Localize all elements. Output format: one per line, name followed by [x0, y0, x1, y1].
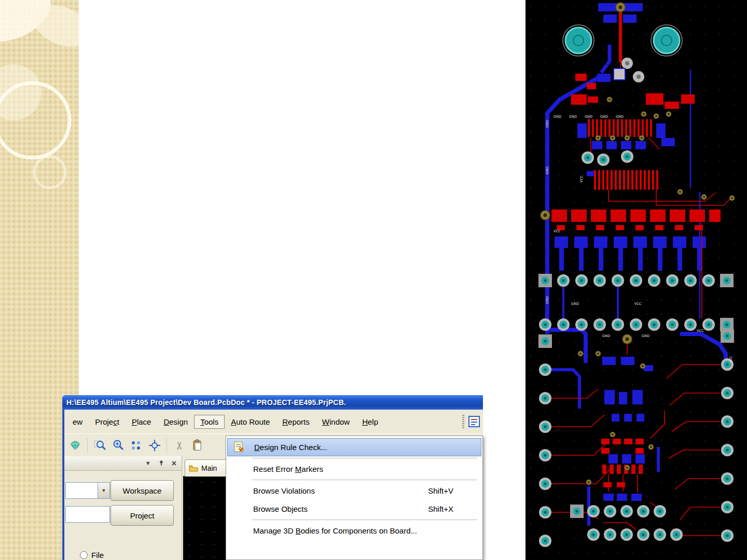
menu-item-reset-error-markers[interactable]: Reset Error Markers: [226, 460, 482, 478]
menu-item-shortcut: Shift+X: [428, 505, 453, 513]
tools-menu: Design Rule Check... Reset Error Markers…: [226, 436, 483, 560]
document-tab-label: Main: [201, 464, 217, 472]
net-label: GND: [571, 302, 579, 306]
net-label: GND: [600, 115, 608, 119]
menu-bar: ew Project Place Design Tools Auto Route…: [64, 410, 483, 433]
menu-place[interactable]: Place: [126, 415, 158, 429]
menu-project[interactable]: Project: [89, 415, 126, 429]
net-label: VCC: [554, 229, 561, 233]
file-view-label: File: [91, 551, 104, 559]
altium-window: H:\EE495 Altium\EE495 Project\Dev Board.…: [62, 395, 483, 560]
crosshair-icon[interactable]: [147, 438, 162, 453]
menu-view-clipped[interactable]: ew: [66, 415, 89, 429]
combobox-arrow-icon[interactable]: ▼: [98, 483, 109, 498]
net-label: VCC: [579, 175, 584, 183]
select-objects-icon[interactable]: [129, 438, 144, 453]
folder-icon: [189, 465, 198, 472]
workspace-combobox[interactable]: ▼: [65, 482, 110, 499]
menu-item-manage-3d-bodies[interactable]: Manage 3D Bodies for Components on Board…: [226, 522, 482, 540]
menubar-right-icons: [462, 415, 483, 428]
panel-close-icon[interactable]: ×: [172, 459, 176, 468]
menu-separator: [252, 480, 477, 480]
window-title: H:\EE495 Altium\EE495 Project\Dev Board.…: [62, 398, 346, 407]
net-label: GND: [616, 115, 624, 119]
net-label: VCC: [634, 302, 642, 306]
menu-separator: [252, 520, 477, 520]
net-label: GND: [554, 115, 561, 119]
presentation-slide: H:\EE495 Altium\EE495 Project\Dev Board.…: [0, 0, 747, 560]
menu-item-label: Reset Error Markers: [253, 465, 323, 473]
net-label: GND: [585, 115, 592, 119]
board-document-icon[interactable]: [467, 415, 481, 428]
project-combobox-field[interactable]: [65, 506, 110, 523]
paste-icon[interactable]: [190, 438, 205, 453]
workspace-combobox-field[interactable]: [66, 483, 98, 498]
window-titlebar[interactable]: H:\EE495 Altium\EE495 Project\Dev Board.…: [62, 395, 483, 410]
menu-item-browse-objects[interactable]: Browse Objects Shift+X: [226, 500, 482, 518]
net-label: VCC: [729, 356, 733, 363]
decorative-circles: [0, 0, 79, 218]
menu-design[interactable]: Design: [157, 415, 194, 429]
panel-divider: [182, 456, 183, 560]
toolbar-separator: [167, 438, 168, 453]
menu-reports[interactable]: Reports: [276, 415, 316, 429]
pcb-artwork: GND GND GND GND GND GND GND GND VCC VCC …: [525, 0, 747, 560]
menu-item-browse-violations[interactable]: Browse Violations Shift+V: [226, 482, 482, 500]
net-label: GND: [642, 334, 649, 338]
net-label: VCC: [697, 329, 704, 333]
menu-help[interactable]: Help: [356, 415, 384, 429]
panel-dropdown-arrow-icon[interactable]: ▼: [145, 460, 151, 466]
net-label: GND: [545, 296, 549, 304]
net-label: GND: [545, 120, 549, 128]
menu-item-label: Browse Violations: [253, 486, 315, 495]
gem-icon[interactable]: [67, 438, 83, 453]
design-rule-check-icon: [232, 441, 245, 453]
net-label: GND: [545, 166, 549, 174]
cut-icon[interactable]: ✂: [172, 438, 187, 453]
toolbar-drag-handle[interactable]: [462, 415, 464, 428]
menu-auto-route[interactable]: Auto Route: [225, 415, 276, 429]
net-label: GND: [569, 115, 577, 119]
menu-separator: [252, 458, 477, 458]
project-button[interactable]: Project: [110, 505, 174, 526]
menu-window[interactable]: Window: [316, 415, 356, 429]
toolbar-separator: [87, 438, 88, 453]
zoom-area-icon[interactable]: [92, 438, 108, 453]
menu-item-shortcut: Shift+V: [428, 486, 453, 495]
zoom-fit-icon[interactable]: [110, 438, 126, 453]
pcb-layout-image: GND GND GND GND GND GND GND GND VCC VCC …: [525, 0, 747, 560]
file-view-option[interactable]: File: [80, 551, 104, 559]
menu-item-label: Browse Objects: [253, 505, 308, 513]
panel-pin-icon[interactable]: [158, 460, 164, 467]
menu-item-label: Design Rule Check...: [254, 443, 327, 452]
workspace-button[interactable]: Workspace: [110, 480, 174, 501]
menu-item-design-rule-check[interactable]: Design Rule Check...: [227, 438, 481, 456]
menu-tools[interactable]: Tools: [194, 415, 225, 429]
menu-item-label: Manage 3D Bodies for Components on Board…: [253, 526, 417, 535]
net-label: GND: [602, 334, 610, 338]
projects-panel-header: ▼ ×: [64, 456, 182, 471]
radio-icon: [80, 551, 88, 559]
